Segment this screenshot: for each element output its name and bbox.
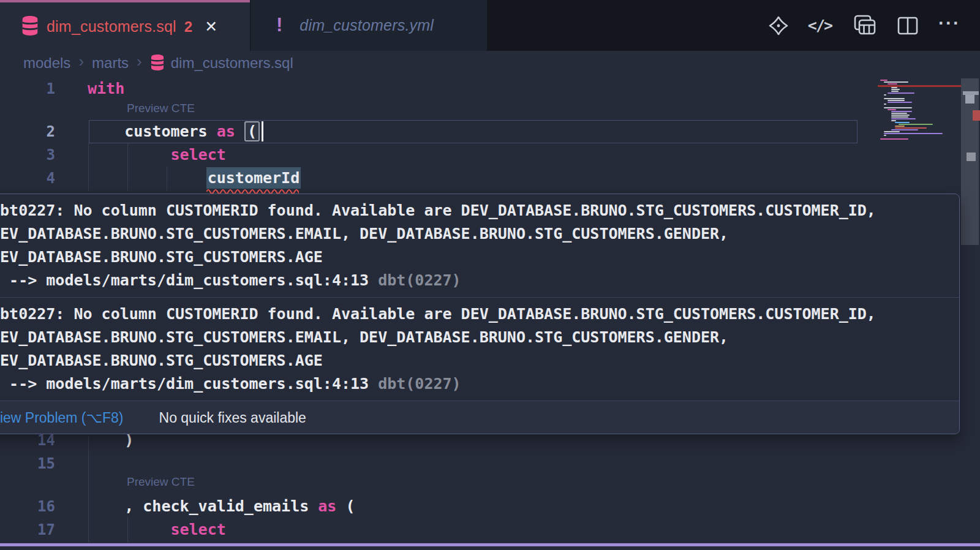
minimap-code-line	[884, 133, 943, 134]
error-message-line: DEV_DATABASE.BRUNO.STG_CUSTOMERS.AGE	[0, 349, 959, 372]
codelens-preview-cte[interactable]: Preview CTE	[127, 475, 195, 489]
minimap-code-line	[891, 91, 899, 92]
tab-problem-count-badge: 2	[184, 18, 192, 36]
code-line[interactable]: customers as (	[88, 120, 263, 143]
close-icon[interactable]: ✕	[205, 18, 217, 36]
minimap-code-line	[888, 83, 897, 85]
code-token	[235, 122, 244, 140]
tab-dim-customers-sql[interactable]: dim_customers.sql 2 ✕	[0, 0, 250, 51]
minimap-code-line	[884, 135, 886, 136]
codelens-preview-cte[interactable]: Preview CTE	[127, 102, 195, 115]
minimap-code-line	[895, 127, 927, 129]
no-quick-fixes-label: No quick fixes available	[159, 401, 306, 434]
code-line[interactable]: customerId	[88, 167, 300, 190]
line-number: 15	[0, 452, 55, 475]
hover-status-bar: View Problem (⌥F8) No quick fixes availa…	[0, 401, 959, 434]
text-cursor	[262, 121, 263, 141]
tab-dim-customers-yml[interactable]: ! dim_customers.yml	[251, 0, 487, 51]
line-number: 1	[0, 77, 55, 100]
minimap-code-line	[891, 89, 900, 90]
error-code: dbt(0227)	[378, 375, 461, 393]
keyword-token: as	[217, 122, 235, 140]
minimap-code-line	[880, 80, 888, 81]
minimap-code-line	[884, 98, 905, 99]
minimap-code-line	[884, 107, 912, 108]
minimap-code-line	[899, 124, 933, 125]
minimap-code-line	[891, 118, 916, 119]
minimap-code-line	[888, 109, 896, 110]
minimap-code-line	[884, 81, 908, 83]
error-hover-tooltip: dbt0227: No column CUSTOMERID found. Ava…	[0, 194, 960, 434]
error-message-line: dbt0227: No column CUSTOMERID found. Ava…	[0, 199, 959, 222]
minimap-code-line	[895, 126, 905, 127]
database-icon	[150, 55, 165, 74]
error-token: customerId	[206, 167, 301, 189]
bracket-match-token: (	[244, 121, 260, 141]
more-actions-icon[interactable]: ···	[938, 13, 960, 34]
minimap-code-line	[891, 87, 897, 88]
error-location: --> models/marts/dim_customers.sql:4:13	[0, 375, 378, 393]
dbt-logo-icon[interactable]	[767, 15, 790, 37]
tab-filename: dim_customers.sql	[47, 18, 176, 36]
error-message-line: dbt0227: No column CUSTOMERID found. Ava…	[0, 303, 959, 326]
code-line[interactable]: with	[88, 77, 124, 100]
code-line[interactable]: select	[88, 518, 226, 541]
line-number: 3	[0, 143, 55, 167]
breadcrumb-marts[interactable]: marts	[92, 55, 129, 72]
code-token: , check_valid_emails	[88, 497, 318, 515]
line-number: 16	[0, 495, 55, 518]
error-location-line: --> models/marts/dim_customers.sql:4:13 …	[0, 372, 959, 396]
error-squiggle	[206, 188, 299, 194]
warning-exclamation-icon: !	[276, 14, 282, 36]
breadcrumb-models[interactable]: models	[23, 55, 70, 72]
keyword-token: as	[318, 497, 336, 515]
code-line[interactable]: , check_valid_emails as (	[88, 495, 355, 518]
error-code: dbt(0227)	[378, 271, 461, 289]
code-editor[interactable]: 123414151617 with customers as ( select …	[0, 75, 980, 550]
minimap-code-line	[888, 100, 905, 101]
chevron-right-icon: ›	[78, 52, 84, 71]
keyword-token: with	[88, 80, 124, 97]
view-problem-link[interactable]: View Problem (⌥F8)	[0, 401, 124, 434]
minimap-error-line	[878, 85, 961, 87]
error-message-block: dbt0227: No column CUSTOMERID found. Ava…	[0, 194, 959, 297]
minimap-code-line	[884, 131, 900, 132]
minimap-code-line	[884, 94, 886, 96]
minimap-code-line	[895, 122, 910, 123]
line-number: 2	[0, 120, 55, 143]
editor-actions: </> ···	[767, 0, 960, 51]
keyword-token: select	[170, 146, 225, 164]
minimap-code-line	[891, 116, 908, 118]
code-line[interactable]: select	[88, 143, 226, 167]
keyword-token: select	[170, 521, 225, 538]
vertical-scrollbar[interactable]	[961, 75, 979, 550]
line-number: 17	[0, 518, 55, 541]
code-token	[88, 521, 170, 538]
scrollbar-decoration	[965, 95, 974, 104]
error-message-line: DEV_DATABASE.BRUNO.STG_CUSTOMERS.EMAIL, …	[0, 222, 959, 246]
tab-bar: dim_customers.sql 2 ✕ ! dim_customers.ym…	[0, 0, 980, 51]
split-editor-icon[interactable]	[895, 15, 920, 37]
error-message-block: dbt0227: No column CUSTOMERID found. Ava…	[0, 298, 959, 401]
minimap-code-line	[891, 115, 910, 116]
error-message-line: DEV_DATABASE.BRUNO.STG_CUSTOMERS.EMAIL, …	[0, 326, 959, 349]
breadcrumb: models › marts › dim_customers.sql	[0, 51, 980, 75]
breadcrumb-filename[interactable]: dim_customers.sql	[171, 55, 293, 72]
line-number: 4	[0, 167, 55, 190]
error-location-line: --> models/marts/dim_customers.sql:4:13 …	[0, 269, 959, 292]
vscode-window: dim_customers.sql 2 ✕ ! dim_customers.ym…	[0, 0, 980, 550]
minimap-code-line	[884, 104, 886, 105]
code-token	[88, 169, 208, 187]
minimap-code-line	[891, 113, 907, 114]
scrollbar-decoration	[973, 110, 980, 121]
compile-code-icon[interactable]: </>	[808, 17, 832, 34]
chevron-right-icon: ›	[137, 52, 142, 71]
minimap-code-line	[891, 111, 912, 112]
minimap-code-line	[891, 129, 918, 130]
minimap-code-line	[880, 138, 908, 140]
code-token: (	[336, 497, 355, 515]
error-location: --> models/marts/dim_customers.sql:4:13	[0, 271, 378, 289]
query-results-icon[interactable]	[850, 13, 877, 38]
code-token	[88, 146, 170, 164]
error-message-line: DEV_DATABASE.BRUNO.STG_CUSTOMERS.AGE	[0, 246, 959, 269]
